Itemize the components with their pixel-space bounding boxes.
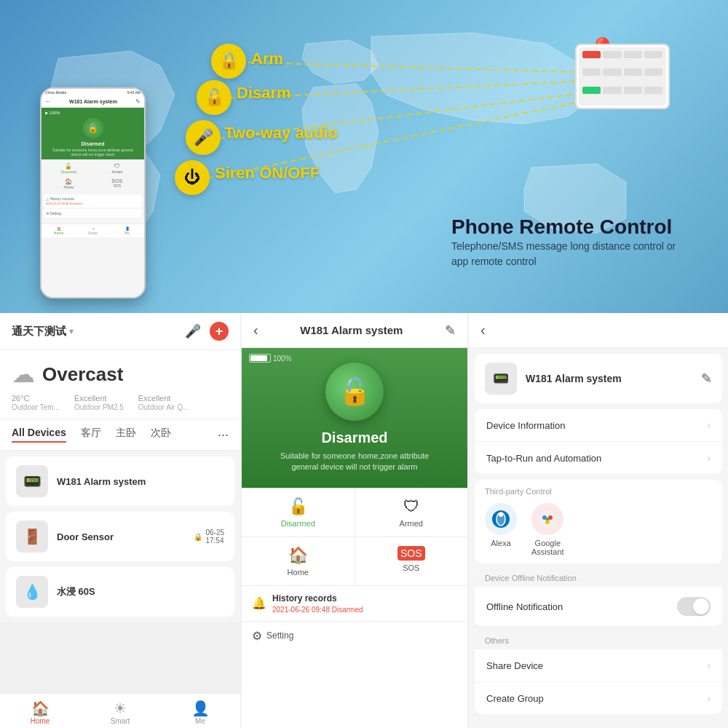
middle-panel: ‹ W181 Alarm system ✎ 100% 🔓 Disarmed Su… xyxy=(242,313,467,728)
alarm-device-icon: 📟 xyxy=(16,465,48,497)
alarm-controls: 🔓 Disarmed 🛡 Armed 🏠 Home SOS SOS xyxy=(242,488,467,585)
device-info-arrow: › xyxy=(707,419,711,431)
nav-smart[interactable]: ☀Smart xyxy=(80,700,160,725)
device-info-card: 📟 W181 Alarm system ✎ xyxy=(475,354,722,403)
sos-ctrl-label: SOS xyxy=(403,563,419,572)
siren-icon: ⏻ xyxy=(175,160,210,195)
create-group-item[interactable]: Create Group › xyxy=(475,682,722,714)
disarm-label: Disarm xyxy=(237,84,291,103)
smart-nav-icon: ☀ xyxy=(80,700,160,717)
hero-subtitle: Telephone/SMS message long distance cont… xyxy=(451,239,684,269)
right-panel: ‹ 📟 W181 Alarm system ✎ Device Informati… xyxy=(469,313,728,728)
tab-all-devices[interactable]: All Devices xyxy=(12,427,66,443)
weather-cloud-icon: ☁ xyxy=(12,360,35,388)
weather-temp: 26°C Outdoor Tem... xyxy=(12,394,60,411)
third-party-title: Third-party Control xyxy=(485,487,712,496)
bottom-nav: 🏠Home ☀Smart 👤Me xyxy=(0,693,240,728)
history-title: History records xyxy=(272,593,363,604)
door-device-name: Door Sensor xyxy=(57,531,185,542)
google-assistant-icon xyxy=(531,503,563,535)
device-card-water[interactable]: 💧 水浸 60S xyxy=(6,567,234,617)
others-header: Others xyxy=(475,632,722,649)
devices-header: All Devices 客厅 主卧 次卧 ··· xyxy=(0,419,240,451)
offline-notification-label: Offline Notification xyxy=(486,601,563,612)
back-button-right[interactable]: ‹ xyxy=(480,322,486,338)
third-party-section: Third-party Control Alexa xyxy=(475,480,722,563)
ctrl-home[interactable]: 🏠 Home xyxy=(242,537,355,585)
weather-air: Excellent Outdoor Air Q... xyxy=(138,394,189,411)
edit-button-mid[interactable]: ✎ xyxy=(445,323,456,339)
google-label: GoogleAssistant xyxy=(531,539,564,556)
sos-ctrl-icon: SOS xyxy=(397,546,425,561)
hero-section: China Mobile9:43 AM ← W181 Alarm system … xyxy=(0,0,728,313)
offline-notification-toggle[interactable] xyxy=(677,597,711,616)
siren-label: Siren ON/OFF xyxy=(215,164,320,183)
app-name-container[interactable]: 通天下测试 ▾ xyxy=(12,325,74,339)
weather-label: Overcast xyxy=(42,363,123,386)
phone-nav-home: 🏠Home xyxy=(41,226,76,235)
phone-ctrl-home: 🏠Home xyxy=(45,177,92,191)
alarm-display: 100% 🔓 Disarmed Suitable for someone hom… xyxy=(242,348,467,488)
ctrl-armed[interactable]: 🛡 Armed xyxy=(355,488,468,537)
google-assistant-item[interactable]: GoogleAssistant xyxy=(531,503,564,556)
others-section: Others Share Device › Create Group › xyxy=(475,632,722,714)
right-panel-header: ‹ xyxy=(469,313,728,348)
left-panel-header: 通天下测试 ▾ 🎤 + xyxy=(0,313,240,350)
phone-nav-smart: ☀Smart xyxy=(76,226,110,235)
alarm-circle: 🔓 xyxy=(325,363,384,421)
settings-section: Device Information › Tap-to-Run and Auto… xyxy=(475,409,722,474)
create-group-arrow: › xyxy=(707,692,711,704)
settings-item-device-info[interactable]: Device Information › xyxy=(475,409,722,442)
alexa-item[interactable]: Alexa xyxy=(485,503,517,556)
automation-label: Tap-to-Run and Automation xyxy=(486,453,601,464)
back-button-mid[interactable]: ‹ xyxy=(253,322,258,339)
device-list: 📟 W181 Alarm system 🚪 Door Sensor 🔒06-25… xyxy=(0,451,240,622)
bottom-panels: 通天下测试 ▾ 🎤 + ☁ Overcast 26°C Outdoor Tem.… xyxy=(0,313,728,728)
alarm-history[interactable]: 🔔 History records 2021-06-26 09:48 Disar… xyxy=(242,585,467,621)
nav-me[interactable]: 👤Me xyxy=(160,700,240,725)
tab-master-bedroom[interactable]: 主卧 xyxy=(116,427,136,443)
door-device-badge: 🔒06-2517:54 xyxy=(194,529,224,545)
audio-label: Two-way audio xyxy=(224,124,338,143)
ctrl-sos[interactable]: SOS SOS xyxy=(355,537,468,585)
automation-arrow: › xyxy=(707,452,711,464)
device-info-label: Device Information xyxy=(486,420,565,431)
alarm-setting[interactable]: ⚙ Setting xyxy=(242,621,467,650)
more-rooms-icon[interactable]: ··· xyxy=(218,427,229,443)
tab-living-room[interactable]: 客厅 xyxy=(81,427,101,443)
device-card-alarm[interactable]: 📟 W181 Alarm system xyxy=(6,456,234,506)
device-image xyxy=(575,44,670,109)
weather-stats: 26°C Outdoor Tem... Excellent Outdoor PM… xyxy=(12,394,229,411)
device-info-name: W181 Alarm system xyxy=(526,373,622,384)
third-party-icons: Alexa GoogleAssistant xyxy=(485,503,712,556)
mic-icon[interactable]: 🎤 xyxy=(185,323,201,339)
phone-header: ← W181 Alarm system ✎ xyxy=(41,96,144,108)
battery-bar xyxy=(249,354,271,363)
settings-item-automation[interactable]: Tap-to-Run and Automation › xyxy=(475,442,722,474)
panel-header-icons: 🎤 + xyxy=(185,322,229,341)
nav-home[interactable]: 🏠Home xyxy=(0,700,80,725)
share-device-label: Share Device xyxy=(486,660,543,671)
me-nav-icon: 👤 xyxy=(160,700,240,717)
tab-bedroom[interactable]: 次卧 xyxy=(151,427,171,443)
offline-notification-item[interactable]: Offline Notification xyxy=(475,587,722,626)
create-group-label: Create Group xyxy=(486,693,544,704)
disarmed-ctrl-label: Disarmed xyxy=(281,519,315,528)
history-time: 2021-06-26 09:48 Disarmed xyxy=(272,606,363,614)
device-card-door[interactable]: 🚪 Door Sensor 🔒06-2517:54 xyxy=(6,512,234,561)
arm-icon: 🔒 xyxy=(211,44,246,79)
weather-pm25: Excellent Outdoor PM2.5 xyxy=(74,394,124,411)
alarm-desc: Suitable for someone home,zone attribute… xyxy=(267,451,442,473)
phone-ctrl-armed: 🛡Armed xyxy=(94,162,141,175)
alexa-icon xyxy=(485,503,517,535)
armed-ctrl-label: Armed xyxy=(400,519,423,528)
device-info-edit-icon[interactable]: ✎ xyxy=(701,371,712,387)
door-device-info: Door Sensor xyxy=(57,531,185,542)
ctrl-disarmed[interactable]: 🔓 Disarmed xyxy=(242,488,355,537)
disarmed-ctrl-icon: 🔓 xyxy=(288,497,308,516)
alarm-status: Disarmed xyxy=(321,430,387,446)
share-device-item[interactable]: Share Device › xyxy=(475,649,722,682)
hero-title: Phone Remote Control xyxy=(451,215,684,239)
phone-ctrl-sos: SOSSOS xyxy=(94,177,141,191)
add-button[interactable]: + xyxy=(210,322,229,341)
